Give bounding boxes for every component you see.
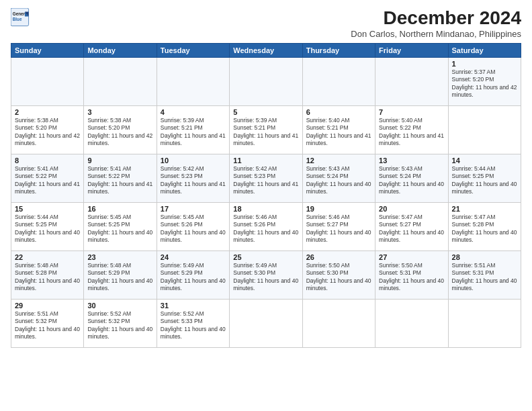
empty-cell [157, 57, 229, 105]
day-info: Sunrise: 5:46 AMSunset: 5:27 PMDaylight:… [306, 214, 371, 244]
title-block: December 2024 Don Carlos, Northern Minda… [351, 8, 521, 39]
day-number: 21 [452, 205, 517, 213]
day-cell: 19Sunrise: 5:46 AMSunset: 5:27 PMDayligh… [302, 202, 375, 250]
empty-cell [448, 105, 521, 154]
day-number: 4 [161, 108, 226, 116]
day-cell: 27Sunrise: 5:50 AMSunset: 5:31 PMDayligh… [375, 250, 448, 299]
day-info: Sunrise: 5:49 AMSunset: 5:29 PMDaylight:… [161, 262, 226, 293]
day-info: Sunrise: 5:47 AMSunset: 5:27 PMDaylight:… [379, 214, 444, 244]
day-cell: 13Sunrise: 5:43 AMSunset: 5:24 PMDayligh… [375, 154, 448, 202]
day-number: 20 [379, 205, 444, 213]
day-cell: 25Sunrise: 5:49 AMSunset: 5:30 PMDayligh… [230, 250, 302, 299]
day-number: 5 [233, 108, 298, 116]
day-info: Sunrise: 5:52 AMSunset: 5:32 PMDaylight:… [87, 310, 152, 341]
day-info: Sunrise: 5:42 AMSunset: 5:23 PMDaylight:… [233, 165, 298, 196]
day-number: 27 [379, 253, 444, 261]
day-info: Sunrise: 5:45 AMSunset: 5:26 PMDaylight:… [161, 214, 226, 244]
day-info: Sunrise: 5:44 AMSunset: 5:25 PMDaylight:… [452, 165, 517, 196]
day-number: 29 [15, 302, 80, 310]
day-number: 19 [306, 205, 371, 213]
day-number: 9 [87, 156, 152, 165]
empty-cell [375, 299, 448, 347]
page: General Blue December 2024 Don Carlos, N… [0, 0, 532, 411]
day-number: 24 [161, 253, 226, 261]
day-number: 14 [452, 156, 517, 165]
day-cell: 2Sunrise: 5:38 AMSunset: 5:20 PMDaylight… [11, 105, 84, 154]
day-cell: 3Sunrise: 5:38 AMSunset: 5:20 PMDaylight… [84, 105, 157, 154]
day-cell: 10Sunrise: 5:42 AMSunset: 5:23 PMDayligh… [157, 154, 229, 202]
day-info: Sunrise: 5:51 AMSunset: 5:31 PMDaylight:… [452, 262, 517, 293]
calendar-row: 2Sunrise: 5:38 AMSunset: 5:20 PMDaylight… [11, 105, 521, 154]
calendar-row: 29Sunrise: 5:51 AMSunset: 5:32 PMDayligh… [11, 299, 521, 347]
calendar-row: 8Sunrise: 5:41 AMSunset: 5:22 PMDaylight… [11, 154, 521, 202]
day-number: 15 [15, 205, 80, 213]
calendar-subtitle: Don Carlos, Northern Mindanao, Philippin… [351, 29, 521, 39]
day-cell: 17Sunrise: 5:45 AMSunset: 5:26 PMDayligh… [157, 202, 229, 250]
day-cell: 21Sunrise: 5:47 AMSunset: 5:28 PMDayligh… [448, 202, 521, 250]
day-number: 13 [379, 156, 444, 165]
day-info: Sunrise: 5:38 AMSunset: 5:20 PMDaylight:… [15, 117, 80, 148]
empty-cell [375, 57, 448, 105]
day-number: 26 [306, 253, 371, 261]
day-cell: 16Sunrise: 5:45 AMSunset: 5:25 PMDayligh… [84, 202, 157, 250]
day-cell: 24Sunrise: 5:49 AMSunset: 5:29 PMDayligh… [157, 250, 229, 299]
day-number: 10 [161, 156, 226, 165]
empty-cell [302, 57, 375, 105]
calendar-title: December 2024 [351, 8, 521, 29]
header-row: Sunday Monday Tuesday Wednesday Thursday… [11, 43, 521, 57]
day-number: 31 [161, 302, 226, 310]
day-info: Sunrise: 5:39 AMSunset: 5:21 PMDaylight:… [233, 117, 298, 148]
day-cell: 18Sunrise: 5:46 AMSunset: 5:26 PMDayligh… [230, 202, 302, 250]
day-info: Sunrise: 5:47 AMSunset: 5:28 PMDaylight:… [452, 214, 517, 244]
day-info: Sunrise: 5:39 AMSunset: 5:21 PMDaylight:… [161, 117, 226, 148]
col-thursday: Thursday [302, 43, 375, 57]
day-cell: 11Sunrise: 5:42 AMSunset: 5:23 PMDayligh… [230, 154, 302, 202]
day-number: 17 [161, 205, 226, 213]
day-cell: 14Sunrise: 5:44 AMSunset: 5:25 PMDayligh… [448, 154, 521, 202]
day-cell: 4Sunrise: 5:39 AMSunset: 5:21 PMDaylight… [157, 105, 229, 154]
empty-cell [448, 299, 521, 347]
day-number: 2 [15, 108, 80, 116]
day-info: Sunrise: 5:40 AMSunset: 5:22 PMDaylight:… [379, 117, 444, 148]
day-info: Sunrise: 5:37 AMSunset: 5:20 PMDaylight:… [452, 68, 517, 99]
empty-cell [84, 57, 157, 105]
header: General Blue December 2024 Don Carlos, N… [11, 8, 521, 39]
empty-cell [230, 57, 302, 105]
day-info: Sunrise: 5:44 AMSunset: 5:25 PMDaylight:… [15, 214, 80, 244]
day-cell: 29Sunrise: 5:51 AMSunset: 5:32 PMDayligh… [11, 299, 84, 347]
day-cell: 12Sunrise: 5:43 AMSunset: 5:24 PMDayligh… [302, 154, 375, 202]
day-cell: 9Sunrise: 5:41 AMSunset: 5:22 PMDaylight… [84, 154, 157, 202]
day-number: 6 [306, 108, 371, 116]
day-cell: 15Sunrise: 5:44 AMSunset: 5:25 PMDayligh… [11, 202, 84, 250]
day-cell: 26Sunrise: 5:50 AMSunset: 5:30 PMDayligh… [302, 250, 375, 299]
day-number: 18 [233, 205, 298, 213]
col-saturday: Saturday [448, 43, 521, 57]
empty-cell [302, 299, 375, 347]
day-info: Sunrise: 5:40 AMSunset: 5:21 PMDaylight:… [306, 117, 371, 148]
day-cell: 30Sunrise: 5:52 AMSunset: 5:32 PMDayligh… [84, 299, 157, 347]
day-number: 1 [452, 60, 517, 68]
day-info: Sunrise: 5:49 AMSunset: 5:30 PMDaylight:… [233, 262, 298, 293]
day-number: 23 [87, 253, 152, 261]
day-info: Sunrise: 5:46 AMSunset: 5:26 PMDaylight:… [233, 214, 298, 244]
day-info: Sunrise: 5:41 AMSunset: 5:22 PMDaylight:… [15, 165, 80, 196]
calendar-row: 15Sunrise: 5:44 AMSunset: 5:25 PMDayligh… [11, 202, 521, 250]
col-friday: Friday [375, 43, 448, 57]
svg-text:Blue: Blue [13, 17, 22, 21]
col-tuesday: Tuesday [157, 43, 229, 57]
logo: General Blue [11, 8, 30, 27]
calendar-table: Sunday Monday Tuesday Wednesday Thursday… [11, 43, 521, 348]
day-cell: 23Sunrise: 5:48 AMSunset: 5:29 PMDayligh… [84, 250, 157, 299]
day-number: 8 [15, 156, 80, 165]
day-info: Sunrise: 5:42 AMSunset: 5:23 PMDaylight:… [161, 165, 226, 196]
day-number: 25 [233, 253, 298, 261]
day-info: Sunrise: 5:41 AMSunset: 5:22 PMDaylight:… [87, 165, 152, 196]
day-info: Sunrise: 5:52 AMSunset: 5:33 PMDaylight:… [161, 310, 226, 341]
day-number: 16 [87, 205, 152, 213]
day-cell: 5Sunrise: 5:39 AMSunset: 5:21 PMDaylight… [230, 105, 302, 154]
day-number: 28 [452, 253, 517, 261]
day-cell: 28Sunrise: 5:51 AMSunset: 5:31 PMDayligh… [448, 250, 521, 299]
empty-cell [11, 57, 84, 105]
day-info: Sunrise: 5:50 AMSunset: 5:31 PMDaylight:… [379, 262, 444, 293]
day-cell: 6Sunrise: 5:40 AMSunset: 5:21 PMDaylight… [302, 105, 375, 154]
